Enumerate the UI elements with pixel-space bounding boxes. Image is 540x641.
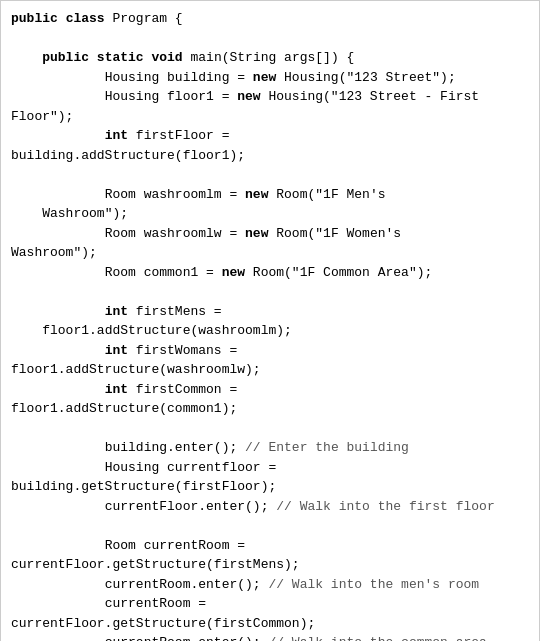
code-line: Housing currentfloor = building.getStruc…: [11, 460, 276, 495]
code-line: int firstMens = floor1.addStructure(wash…: [11, 304, 292, 339]
code-line: Housing floor1 = new Housing("123 Street…: [11, 89, 487, 124]
code-line: Room washroomlm = new Room("1F Men's Was…: [11, 187, 386, 222]
code-line: currentFloor.enter(); // Walk into the f…: [11, 499, 495, 514]
code-line: building.enter(); // Enter the building: [11, 440, 409, 455]
code-line: currentRoom.enter(); // Walk into the co…: [11, 635, 487, 641]
code-line: int firstWomans = floor1.addStructure(wa…: [11, 343, 261, 378]
code-line: Room washroomlw = new Room("1F Women's W…: [11, 226, 401, 261]
code-block: public class Program { public static voi…: [0, 0, 540, 641]
code-line: public class Program {: [11, 11, 183, 26]
code-line: int firstFloor = building.addStructure(f…: [11, 128, 245, 163]
code-line: currentRoom.enter(); // Walk into the me…: [11, 577, 479, 592]
code-line: currentRoom = currentFloor.getStructure(…: [11, 596, 315, 631]
code-line: int firstCommon = floor1.addStructure(co…: [11, 382, 237, 417]
code-line: public static void main(String args[]) {: [11, 50, 354, 65]
code-line: Housing building = new Housing("123 Stre…: [11, 70, 456, 85]
code-line: Room currentRoom = currentFloor.getStruc…: [11, 538, 300, 573]
code-line: Room common1 = new Room("1F Common Area"…: [11, 265, 432, 280]
